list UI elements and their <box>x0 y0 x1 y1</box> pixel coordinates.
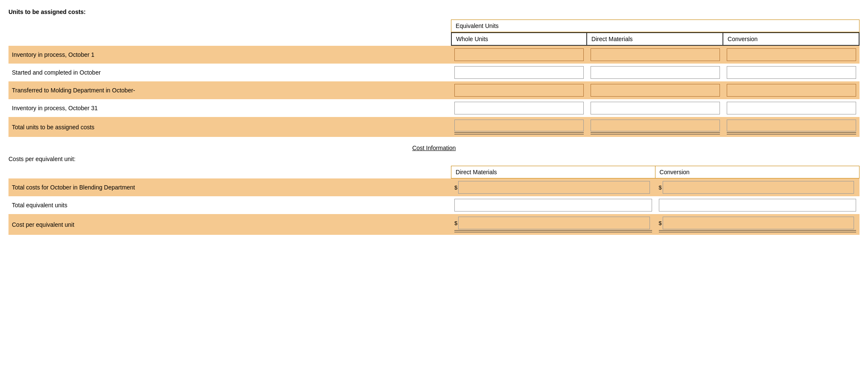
row-inventory-oct31-whole[interactable] <box>451 99 587 117</box>
total-equiv-units-dm-input[interactable] <box>454 199 652 212</box>
units-header-spacer <box>8 19 451 32</box>
total-costs-conv-input[interactable] <box>663 181 854 194</box>
total-units-conv-input[interactable] <box>727 120 856 131</box>
total-costs-dm-dollar: $ <box>454 184 457 191</box>
transferred-dm-input[interactable] <box>591 84 720 97</box>
inventory-oct31-whole-input[interactable] <box>454 102 584 114</box>
total-whole-underline <box>454 132 584 134</box>
row-started-completed-conv[interactable] <box>723 64 860 81</box>
inventory-oct31-conv-input[interactable] <box>727 102 856 114</box>
row-inventory-oct1-label: Inventory in process, October 1 <box>8 46 451 64</box>
total-dm-underline <box>591 132 720 134</box>
cost-per-unit-dm-underline <box>454 230 652 232</box>
total-costs-dm-cell[interactable]: $ <box>451 178 655 196</box>
started-completed-conv-input[interactable] <box>727 66 856 79</box>
total-conv-underline <box>727 132 856 134</box>
cost-conversion-header: Conversion <box>655 166 860 178</box>
total-equiv-units-conv-input[interactable] <box>659 199 856 212</box>
row-inventory-oct1-conv[interactable] <box>723 46 860 64</box>
col-header-spacer <box>8 32 451 46</box>
total-equiv-units-conv-cell[interactable] <box>655 196 860 214</box>
row-started-completed-label: Started and completed in October <box>8 64 451 81</box>
inventory-oct1-whole-input[interactable] <box>454 48 584 61</box>
cost-info-title: Cost Information <box>8 145 860 151</box>
row-started-completed-dm[interactable] <box>587 64 723 81</box>
equiv-units-header: Equivalent Units <box>451 19 860 32</box>
costs-per-unit-subtitle: Costs per equivalent unit: <box>8 156 860 162</box>
cost-direct-materials-header: Direct Materials <box>451 166 655 178</box>
cost-per-unit-dm-dollar: $ <box>454 220 457 226</box>
row-inventory-oct31-conv[interactable] <box>723 99 860 117</box>
inventory-oct1-conv-input[interactable] <box>727 48 856 61</box>
total-equiv-units-label: Total equivalent units <box>8 196 451 214</box>
row-inventory-oct31-label: Inventory in process, October 31 <box>8 99 451 117</box>
total-equiv-units-dm-cell[interactable] <box>451 196 655 214</box>
row-started-completed-whole[interactable] <box>451 64 587 81</box>
row-transferred-label: Transferred to Molding Department in Oct… <box>8 81 451 99</box>
cost-per-unit-dm-input[interactable] <box>458 217 650 229</box>
units-table: Equivalent Units Whole Units Direct Mate… <box>8 19 860 137</box>
total-costs-conv-cell[interactable]: $ <box>655 178 860 196</box>
row-total-units-dm[interactable] <box>587 117 723 137</box>
cost-per-unit-conv-input[interactable] <box>663 217 854 229</box>
main-container: Units to be assigned costs: Equivalent U… <box>8 8 860 235</box>
row-transferred-conv[interactable] <box>723 81 860 99</box>
row-total-units-label: Total units to be assigned costs <box>8 117 451 137</box>
cost-per-unit-conv-cell[interactable]: $ <box>655 214 860 235</box>
row-total-units-whole[interactable] <box>451 117 587 137</box>
row-transferred-dm[interactable] <box>587 81 723 99</box>
units-section-title: Units to be assigned costs: <box>8 8 860 15</box>
transferred-whole-input[interactable] <box>454 84 584 97</box>
row-transferred-whole[interactable] <box>451 81 587 99</box>
transferred-conv-input[interactable] <box>727 84 856 97</box>
col-conversion-header: Conversion <box>723 32 860 46</box>
cost-per-unit-conv-dollar: $ <box>659 220 662 226</box>
total-units-whole-input[interactable] <box>454 120 584 131</box>
total-costs-label: Total costs for October in Blending Depa… <box>8 178 451 196</box>
total-costs-dm-input[interactable] <box>458 181 650 194</box>
col-direct-materials-header: Direct Materials <box>587 32 723 46</box>
cost-per-unit-dm-cell[interactable]: $ <box>451 214 655 235</box>
total-costs-conv-dollar: $ <box>659 184 662 191</box>
inventory-oct31-dm-input[interactable] <box>591 102 720 114</box>
row-inventory-oct31-dm[interactable] <box>587 99 723 117</box>
inventory-oct1-dm-input[interactable] <box>591 48 720 61</box>
row-inventory-oct1-whole[interactable] <box>451 46 587 64</box>
row-inventory-oct1-dm[interactable] <box>587 46 723 64</box>
total-units-dm-input[interactable] <box>591 120 720 131</box>
cost-header-spacer <box>8 166 451 178</box>
cost-table: Direct Materials Conversion Total costs … <box>8 166 860 235</box>
row-total-units-conv[interactable] <box>723 117 860 137</box>
cost-per-unit-conv-underline <box>659 230 856 232</box>
started-completed-dm-input[interactable] <box>591 66 720 79</box>
cost-per-unit-label: Cost per equivalent unit <box>8 214 451 235</box>
col-whole-units-header: Whole Units <box>451 32 587 46</box>
started-completed-whole-input[interactable] <box>454 66 584 79</box>
